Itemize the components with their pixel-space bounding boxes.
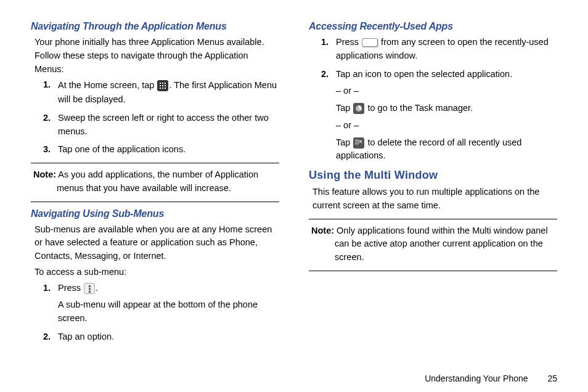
page-footer: Understanding Your Phone 25 [425, 374, 557, 383]
sub-step-1a: Press [58, 283, 83, 293]
mw-note-label: Note: [311, 226, 334, 235]
multi-window-p1: This feature allows you to run multiple … [312, 186, 557, 213]
heading-multi-window: Using the Multi Window [309, 169, 557, 182]
note-label: Note: [33, 169, 56, 179]
recent-step-1: Press from any screen to open the recent… [324, 36, 557, 63]
delete-recent-icon [353, 137, 364, 149]
heading-recent-apps: Accessing Recently-Used Apps [309, 21, 557, 32]
recent-step-2: Tap an icon to open the selected applica… [324, 68, 557, 163]
step-1-text-a: At the Home screen, tap [58, 80, 157, 90]
task-manager-icon [353, 103, 364, 114]
heading-nav-app-menus: Navigating Through the Application Menus [31, 21, 279, 32]
submenus-p1: Sub-menus are available when you are at … [35, 223, 279, 263]
recent-step-2-text: Tap an icon to open the selected applica… [336, 69, 512, 79]
menu-icon [84, 283, 95, 294]
sub-step-1b: . [96, 283, 98, 293]
heading-submenus: Navigating Using Sub-Menus [31, 208, 279, 219]
mw-note-divider-top [309, 219, 557, 219]
recent-apps-steps: Press from any screen to open the recent… [324, 36, 557, 163]
recent-step-1a: Press [336, 37, 361, 47]
or-1: – or – [336, 84, 557, 98]
mw-note-divider-bottom [309, 271, 557, 271]
or-2: – or – [336, 119, 557, 133]
nav-app-steps: At the Home screen, tap . The first Appl… [46, 78, 279, 157]
note-divider-top [31, 163, 279, 163]
recent-step-2c: Tap to delete the record of all recently… [336, 136, 557, 163]
note-divider-bottom [31, 202, 279, 202]
page-columns: Navigating Through the Application Menus… [31, 21, 557, 349]
recent-step-2c-a: Tap [336, 137, 353, 147]
intro-nav-app-menus: Your phone initially has three Applicati… [35, 36, 279, 76]
step-3: Tap one of the application icons. [46, 143, 279, 157]
home-button-icon [362, 38, 378, 47]
step-1: At the Home screen, tap . The first Appl… [46, 78, 279, 107]
footer-page-number: 25 [547, 374, 557, 383]
recent-step-2b: Tap to go to the Task manager. [336, 102, 557, 115]
submenus-p2: To access a sub-menu: [35, 266, 279, 279]
recent-step-2b-a: Tap [336, 103, 353, 113]
sub-step-1c: A sub-menu will appear at the bottom of … [58, 298, 279, 325]
sub-step-2: Tap an option. [46, 330, 279, 344]
note-body: As you add applications, the number of A… [57, 169, 258, 193]
footer-section: Understanding Your Phone [425, 374, 528, 383]
right-column: Accessing Recently-Used Apps Press from … [309, 21, 557, 349]
note-multi-window: Note: Only applications found within the… [311, 224, 555, 264]
recent-step-2b-b: to go to the Task manager. [365, 103, 473, 113]
left-column: Navigating Through the Application Menus… [31, 21, 279, 349]
note-app-menus: Note: As you add applications, the numbe… [33, 168, 277, 195]
sub-step-1: Press . A sub-menu will appear at the bo… [46, 282, 279, 325]
submenus-steps: Press . A sub-menu will appear at the bo… [46, 282, 279, 344]
apps-grid-icon [157, 80, 168, 91]
step-2: Sweep the screen left or right to access… [46, 112, 279, 139]
mw-note-body: Only applications found within the Multi… [335, 226, 548, 263]
